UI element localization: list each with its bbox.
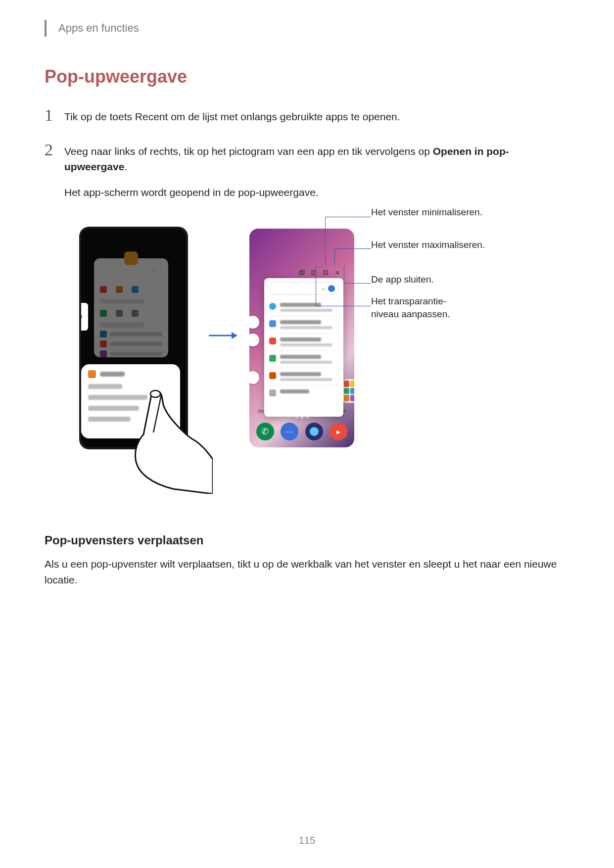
step-1: 1 Tik op de toets Recent om de lijst met…	[45, 107, 569, 125]
arrow-icon	[208, 331, 237, 340]
step-2: 2 Veeg naar links of rechts, tik op het …	[45, 142, 569, 200]
svg-marker-2	[232, 332, 237, 339]
step-text-pre: Veeg naar links of rechts, tik op het pi…	[64, 145, 433, 157]
step-text: Veeg naar links of rechts, tik op het pi…	[64, 142, 569, 200]
section-title: Pop-upweergave	[45, 66, 569, 87]
transparency-icon[interactable]	[299, 270, 305, 276]
step-text: Tik op de toets Recent om de lijst met o…	[64, 107, 400, 125]
popup-settings-list	[264, 299, 343, 400]
home-icon	[249, 371, 259, 384]
subheading: Pop-upvensters verplaatsen	[45, 533, 569, 547]
page-number: 115	[0, 835, 614, 846]
hand-illustration	[114, 385, 213, 494]
close-icon[interactable]	[334, 270, 340, 276]
maximize-icon[interactable]	[323, 270, 329, 276]
popup-window-toolbar[interactable]	[264, 267, 343, 278]
step-text-post: .	[124, 161, 127, 172]
home-icon	[249, 334, 259, 346]
callout-close: De app sluiten.	[371, 273, 434, 286]
paragraph: Als u een pop-upvenster wilt verplaatsen…	[45, 556, 569, 587]
header-accent	[45, 20, 47, 37]
callout-maximize: Het venster maximaliseren.	[371, 239, 485, 251]
step-number: 2	[45, 142, 64, 200]
callout-minimize: Het venster minimaliseren.	[371, 206, 482, 219]
phone-dock: ✆ ⋯ ▸	[249, 423, 354, 440]
step-number: 1	[45, 107, 64, 125]
phone-popup: ⌕ ✆ ⋯	[247, 227, 356, 449]
figure: ⌕ ⋮	[64, 217, 539, 514]
popup-search-bar: ⌕	[268, 282, 339, 295]
home-folder	[342, 379, 354, 403]
callout-transparency: Het transparantie- niveau aanpassen.	[371, 295, 450, 320]
home-icon	[249, 316, 259, 329]
phone-recents: ⌕ ⋮	[79, 227, 188, 449]
step-subtext: Het app-scherm wordt geopend in de pop-u…	[64, 185, 569, 200]
phone-popup-screen: ⌕ ✆ ⋯	[249, 229, 354, 447]
breadcrumb: Apps en functies	[58, 22, 139, 35]
popup-window: ⌕	[264, 278, 343, 417]
page-header: Apps en functies	[45, 20, 569, 37]
svg-point-0	[150, 390, 160, 397]
